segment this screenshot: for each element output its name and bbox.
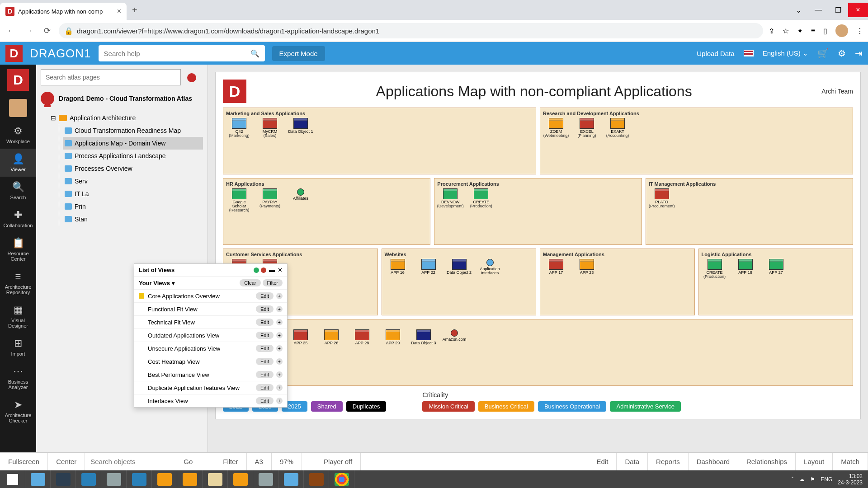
domain-box[interactable]: HR ApplicationsGoogle Scholar(Research)P… <box>223 178 430 245</box>
app-item[interactable]: APP 29 <box>380 329 406 345</box>
view-add-button[interactable]: + <box>276 319 283 325</box>
legend-pill[interactable]: Shared <box>311 401 343 412</box>
app-item[interactable]: EXAKT(Accounting) <box>604 118 631 138</box>
view-item[interactable]: Technical Fit ViewEdit+ <box>134 315 287 328</box>
tree-page[interactable]: Stan <box>63 213 203 225</box>
data-button[interactable]: Data <box>617 453 648 470</box>
tree-page[interactable]: Serv <box>63 175 203 188</box>
atlas-title-row[interactable]: Dragon1 Demo - Cloud Transformation Atla… <box>41 92 203 105</box>
domain-box[interactable]: IT Management ApplicationsPLATO(Procurem… <box>646 178 853 245</box>
vnav-item-workplace[interactable]: ⚙Workplace <box>0 121 36 149</box>
taskbar-app-8[interactable] <box>203 470 228 488</box>
vnav-item-viewer[interactable]: 👤Viewer <box>0 149 36 177</box>
maximize-button[interactable]: ❐ <box>828 3 848 17</box>
a3-button[interactable]: A3 <box>247 453 272 470</box>
forward-button[interactable]: → <box>23 24 35 37</box>
center-button[interactable]: Center <box>48 453 85 470</box>
tray-chevron-icon[interactable]: ˄ <box>791 476 794 483</box>
app-item[interactable]: APP 25 <box>288 329 314 345</box>
view-edit-button[interactable]: Edit <box>256 345 274 352</box>
domain-box[interactable]: Research and Development ApplicationsZOE… <box>540 108 853 174</box>
app-item[interactable]: CREATE(Production) <box>468 188 494 208</box>
taskbar-app-10[interactable] <box>253 470 278 488</box>
search-help-input[interactable] <box>104 50 250 57</box>
view-add-button[interactable]: + <box>276 306 283 312</box>
tree-page[interactable]: Process Applications Landscape <box>63 150 203 162</box>
list-icon[interactable]: ≡ <box>811 27 815 35</box>
legend-pill[interactable]: Business Operational <box>538 401 607 412</box>
app-item[interactable]: Google Scholar(Research) <box>226 188 252 212</box>
minimize-icon[interactable]: ▬ <box>269 267 275 273</box>
taskbar-app-1[interactable] <box>25 470 51 488</box>
app-item[interactable]: APP 17 <box>543 259 569 275</box>
app-item[interactable]: APP 28 <box>349 329 375 345</box>
filter-toolbar-button[interactable]: Filter <box>215 453 246 470</box>
upload-data-link[interactable]: Upload Data <box>697 50 734 57</box>
view-edit-button[interactable]: Edit <box>256 384 274 391</box>
vnav-item-collaboration[interactable]: ✚Collaboration <box>0 205 36 233</box>
app-item[interactable]: EXCEL(Planning) <box>574 118 600 138</box>
new-tab-button[interactable]: + <box>127 5 143 15</box>
app-item[interactable]: APP 26 <box>318 329 344 345</box>
expert-mode-button[interactable]: Expert Mode <box>272 46 325 61</box>
tree-page[interactable]: Applications Map - Domain View <box>63 137 203 150</box>
clear-button[interactable]: Clear <box>240 279 260 286</box>
vnav-item-visual-designer[interactable]: ▦Visual Designer <box>0 300 36 333</box>
legend-pill[interactable]: Business Critical <box>478 401 534 412</box>
search-objects-input[interactable] <box>85 453 175 470</box>
domain-box[interactable]: Management ApplicationsAPP 17APP 23 <box>540 249 695 315</box>
close-icon[interactable]: ✕ <box>278 267 283 273</box>
domain-box[interactable]: Procurement ApplicationsDEVNOW(Developme… <box>434 178 642 245</box>
tray-language[interactable]: ENG <box>821 476 832 483</box>
view-edit-button[interactable]: Edit <box>256 305 274 313</box>
view-add-button[interactable]: + <box>276 398 283 404</box>
filter-button[interactable]: Filter <box>263 279 283 286</box>
domain-box[interactable]: User Build ApplicationsAPP 19APP 20APP 2… <box>223 319 853 386</box>
your-views-dropdown[interactable]: Your Views ▾ <box>139 280 238 286</box>
vnav-item-architecture-repository[interactable]: ≡Architecture Repository <box>0 266 36 300</box>
app-item[interactable]: APP 27 <box>763 259 789 279</box>
taskbar-app-4[interactable] <box>101 470 127 488</box>
expand-icon[interactable]: ⊟ <box>51 114 56 122</box>
app-item[interactable]: Data Object 1 <box>288 118 314 138</box>
tree-folder[interactable]: ⊟ Application Architecture <box>49 112 203 124</box>
view-edit-button[interactable]: Edit <box>256 371 274 378</box>
app-item[interactable]: PAYPAY(Payments) <box>257 188 283 212</box>
app-item[interactable]: Q42(Marketing) <box>226 118 252 138</box>
view-add-button[interactable]: + <box>276 385 283 391</box>
app-item[interactable]: Application Interfaces <box>477 259 503 275</box>
app-item[interactable]: APP 16 <box>385 259 411 275</box>
tray-flag-icon[interactable]: ⚑ <box>810 476 815 483</box>
extensions-icon[interactable]: ✦ <box>797 27 803 35</box>
user-avatar[interactable] <box>9 99 27 117</box>
traffic-red-icon[interactable] <box>261 267 266 273</box>
domain-box[interactable]: WebsitesAPP 16APP 22Data Object 2Applica… <box>382 249 537 315</box>
reports-button[interactable]: Reports <box>648 453 689 470</box>
tray-cloud-icon[interactable]: ☁ <box>799 476 805 483</box>
view-add-button[interactable]: + <box>276 345 283 352</box>
fullscreen-button[interactable]: Fullscreen <box>0 453 48 470</box>
app-item[interactable]: MyCRM(Sales) <box>257 118 283 138</box>
view-edit-button[interactable]: Edit <box>256 292 274 300</box>
view-edit-button[interactable]: Edit <box>256 397 274 404</box>
view-item[interactable]: Best Performance ViewEdit+ <box>134 368 287 381</box>
taskbar-app-6[interactable] <box>152 470 177 488</box>
minimize-button[interactable]: — <box>808 3 828 17</box>
cart-icon[interactable]: 🛒 <box>817 48 829 59</box>
taskbar-app-12[interactable] <box>304 470 329 488</box>
atlas-search-input[interactable] <box>41 69 181 85</box>
view-edit-button[interactable]: Edit <box>256 332 274 339</box>
view-item[interactable]: Core Applications OverviewEdit+ <box>134 289 287 302</box>
reload-button[interactable]: ⟳ <box>41 24 53 37</box>
chevron-down-icon[interactable]: ⌄ <box>788 3 808 17</box>
dashboard-button[interactable]: Dashboard <box>689 453 738 470</box>
vnav-item-import[interactable]: ⊞Import <box>0 333 36 361</box>
logout-icon[interactable]: ⇥ <box>855 48 863 59</box>
search-help-field[interactable]: 🔍 <box>99 45 265 61</box>
vnav-item-search[interactable]: 🔍Search <box>0 177 36 205</box>
legend-pill[interactable]: Administrative Service <box>610 401 681 412</box>
share-icon[interactable]: ⇪ <box>769 27 774 35</box>
back-button[interactable]: ← <box>5 24 17 37</box>
go-button[interactable]: Go <box>175 453 201 470</box>
tree-page[interactable]: Cloud Transformation Readiness Map <box>63 124 203 137</box>
